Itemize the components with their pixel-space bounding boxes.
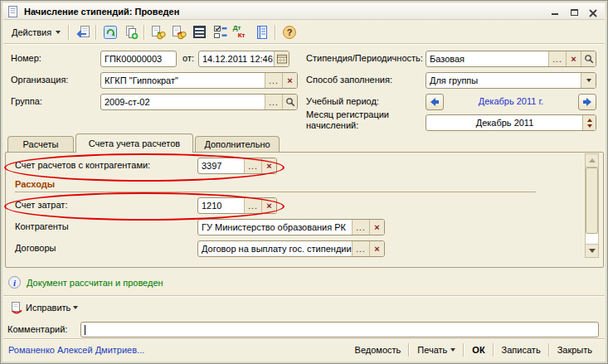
group-search-button[interactable]	[282, 95, 297, 109]
post-icon	[150, 25, 166, 40]
posting-settings-button[interactable]	[210, 23, 231, 41]
contractors-label: Контрагенты	[15, 221, 69, 231]
contractor-account-select-button[interactable]: ...	[244, 158, 261, 173]
date-label: от:	[182, 53, 194, 63]
journal-button[interactable]	[251, 23, 272, 41]
scrollbar-thumb[interactable]	[586, 167, 598, 234]
close-button[interactable]	[586, 5, 601, 17]
expenses-section-header: Расходы	[15, 179, 55, 189]
statusbar-user-link[interactable]: Романенко Алексей Дмитриев...	[8, 345, 144, 355]
cost-account-select-button[interactable]: ...	[244, 198, 261, 213]
scrollbar-down-button[interactable]	[586, 244, 598, 257]
close-icon	[589, 9, 597, 17]
scroll-up-icon	[589, 158, 596, 163]
contracts-clear-button[interactable]: ×	[369, 241, 384, 256]
organization-input[interactable]: КГКП "Гиппократ" ... ×	[100, 72, 298, 89]
contractors-input[interactable]: ГУ Министерство образования РК ... ×	[197, 219, 385, 235]
number-input[interactable]: ГПК00000003	[100, 51, 177, 67]
chevron-down-icon	[450, 348, 455, 352]
refresh-button[interactable]	[100, 23, 120, 41]
contractors-clear-button[interactable]: ×	[369, 220, 384, 235]
contracts-input[interactable]: Договор на выплату гос. стипендии ... ×	[197, 240, 385, 257]
text-caret	[85, 325, 85, 335]
period-link[interactable]: Декабрь 2011 г.	[449, 96, 573, 106]
toolbar-separator	[143, 25, 145, 40]
date-input[interactable]: 14.12.2011 12:46:55	[198, 51, 289, 67]
study-period-label: Учебный период:	[306, 96, 379, 106]
document-status-message: Документ рассчитан и проведен	[27, 278, 163, 288]
chevron-down-icon	[56, 31, 61, 34]
movements-button[interactable]	[189, 23, 210, 41]
stipend-clear-button[interactable]: ×	[566, 51, 581, 66]
contracts-select-button[interactable]: ...	[352, 241, 369, 256]
organization-select-button[interactable]: ...	[265, 73, 282, 88]
unpost-button[interactable]	[168, 23, 189, 41]
copy-button[interactable]	[120, 23, 141, 41]
actions-button[interactable]: Действия	[7, 23, 66, 41]
tab-scheta-ucheta-raschetov[interactable]: Счета учета расчетов	[75, 133, 193, 153]
help-button[interactable]: ?	[279, 23, 299, 41]
chevron-down-icon	[73, 306, 78, 309]
stipend-select-button[interactable]: ...	[548, 51, 566, 66]
toolbar: Действия	[3, 21, 605, 44]
tab-raschety[interactable]: Расчеты	[7, 136, 74, 152]
reread-icon	[75, 25, 90, 40]
ok-button[interactable]: ОК	[465, 345, 492, 355]
fill-method-dropdown-button[interactable]	[581, 73, 596, 88]
maximize-button[interactable]	[567, 5, 581, 17]
help-icon: ?	[282, 25, 297, 40]
reg-month-input[interactable]: Декабрь 2011	[426, 114, 596, 131]
svg-text:?: ?	[286, 27, 292, 37]
cost-account-input[interactable]: 1210 ... ×	[197, 197, 277, 214]
vertical-scrollbar[interactable]	[585, 153, 599, 258]
checklist-icon	[213, 25, 228, 39]
arrow-left-icon	[430, 98, 439, 106]
period-prev-button[interactable]	[426, 94, 444, 110]
status-bar: Романенко Алексей Дмитриев... Ведомость …	[3, 338, 605, 361]
comment-input[interactable]	[80, 322, 599, 337]
contractor-account-clear-button[interactable]: ×	[261, 158, 276, 173]
print-button[interactable]: Печать	[410, 345, 463, 355]
vedomost-button[interactable]: Ведомость	[348, 345, 409, 355]
reg-month-label: Месяц регистрации начислений:	[306, 109, 422, 131]
copy-icon	[124, 25, 139, 40]
contracts-label: Договоры	[15, 243, 56, 253]
reg-month-spinner[interactable]	[582, 115, 596, 130]
separator-line	[3, 295, 605, 296]
stipend-search-button[interactable]	[581, 51, 596, 66]
calendar-button[interactable]	[274, 51, 289, 66]
magnifier-icon	[285, 97, 295, 107]
document-window: Начисление стипендий: Проведен Действия	[0, 0, 608, 364]
dtkt-icon: Дт Кт	[233, 25, 250, 40]
fix-button-label: Исправить	[26, 303, 71, 313]
group-select-button[interactable]: ...	[265, 95, 282, 109]
tab-dopolnitelno[interactable]: Дополнительно	[195, 136, 280, 152]
stipend-input[interactable]: Базовая ... ×	[426, 51, 596, 67]
contractors-select-button[interactable]: ...	[352, 220, 369, 235]
group-label: Группа:	[11, 96, 42, 106]
group-input[interactable]: 2009-ст-02 ...	[100, 94, 298, 110]
number-label: Номер:	[11, 53, 41, 63]
refresh-icon	[103, 25, 118, 40]
spin-down-icon	[587, 124, 592, 128]
maximize-icon	[571, 9, 578, 16]
scrollbar-up-button[interactable]	[586, 154, 598, 167]
cost-account-clear-button[interactable]: ×	[261, 198, 276, 213]
unpost-icon	[171, 25, 187, 40]
zakryt-button[interactable]: Закрыть	[550, 345, 600, 355]
organization-clear-button[interactable]: ×	[282, 73, 297, 88]
fix-button[interactable]: Исправить	[7, 299, 81, 316]
dtkt-button[interactable]: Дт Кт	[231, 23, 251, 41]
actions-label: Действия	[12, 27, 51, 37]
document-icon	[7, 6, 19, 17]
expenses-divider	[15, 192, 536, 192]
magnifier-icon	[584, 54, 594, 64]
reread-button[interactable]	[72, 23, 93, 41]
scroll-down-icon	[589, 249, 596, 253]
period-next-button[interactable]	[578, 94, 596, 110]
fill-method-select[interactable]: Для группы	[426, 72, 596, 89]
minimize-button[interactable]	[547, 5, 562, 17]
post-button[interactable]	[148, 23, 168, 41]
contractor-account-input[interactable]: 3397 ... ×	[197, 158, 277, 174]
zapisat-button[interactable]: Записать	[494, 345, 548, 355]
